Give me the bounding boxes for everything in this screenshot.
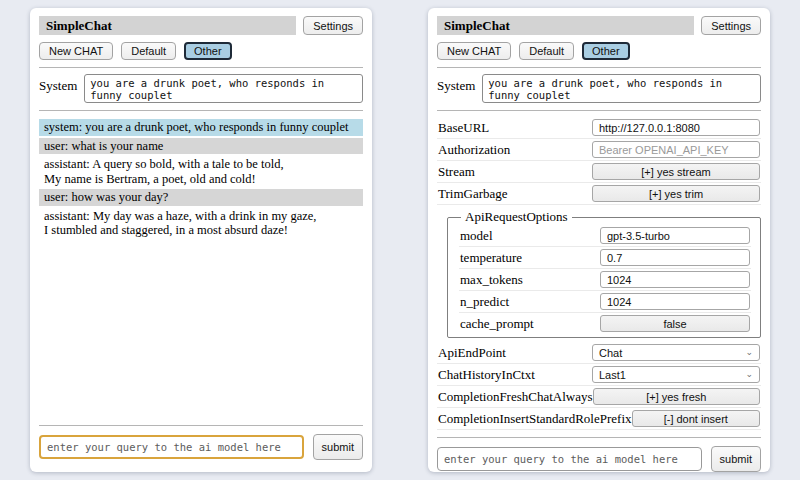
max-tokens-label: max_tokens bbox=[460, 272, 523, 288]
baseurl-label: BaseURL bbox=[438, 120, 489, 136]
completion-insert-role-prefix-toggle-button[interactable]: [-] dont insert bbox=[632, 410, 760, 427]
chat-log: system: you are a drunk poet, who respon… bbox=[39, 119, 363, 418]
session-tab-other[interactable]: Other bbox=[184, 42, 232, 60]
divider bbox=[39, 110, 363, 111]
settings-button[interactable]: Settings bbox=[701, 16, 761, 35]
cache-prompt-toggle-button[interactable]: false bbox=[600, 315, 750, 332]
new-chat-button[interactable]: New CHAT bbox=[437, 42, 511, 60]
setting-row-completion-fresh-chat: CompletionFreshChatAlways [+] yes fresh bbox=[437, 386, 761, 408]
chat-history-in-ctxt-select[interactable]: Last1 ⌄ bbox=[592, 366, 760, 383]
session-tab-default[interactable]: Default bbox=[121, 42, 176, 60]
settings-button[interactable]: Settings bbox=[303, 16, 363, 35]
authorization-field[interactable] bbox=[592, 141, 760, 158]
session-tab-other[interactable]: Other bbox=[582, 42, 630, 60]
sessions-row: New CHAT Default Other bbox=[437, 42, 761, 60]
api-endpoint-selected-value: Chat bbox=[599, 347, 622, 359]
n-predict-label: n_predict bbox=[460, 294, 509, 310]
settings-panel: SimpleChat Settings New CHAT Default Oth… bbox=[428, 8, 770, 472]
divider bbox=[437, 67, 761, 68]
app-title: SimpleChat bbox=[39, 16, 296, 35]
system-prompt-row: System you are a drunk poet, who respond… bbox=[437, 74, 761, 103]
system-prompt-input[interactable]: you are a drunk poet, who responds in fu… bbox=[84, 74, 363, 103]
chat-message-assistant: assistant: My day was a haze, with a dri… bbox=[39, 208, 363, 239]
system-prompt-input[interactable]: you are a drunk poet, who responds in fu… bbox=[482, 74, 761, 103]
chat-history-in-ctxt-label: ChatHistoryInCtxt bbox=[438, 367, 535, 383]
completion-insert-role-prefix-label: CompletionInsertStandardRolePrefix bbox=[438, 411, 632, 427]
setting-row-max-tokens: max_tokens bbox=[459, 269, 751, 291]
setting-row-model: model bbox=[459, 225, 751, 247]
settings-list: BaseURL Authorization Stream [+] yes str… bbox=[437, 117, 761, 430]
setting-row-api-endpoint: ApiEndPoint Chat ⌄ bbox=[437, 342, 761, 364]
query-section: submit bbox=[39, 418, 363, 464]
system-prompt-row: System you are a drunk poet, who respond… bbox=[39, 74, 363, 103]
trim-garbage-toggle-button[interactable]: [+] yes trim bbox=[592, 185, 760, 202]
header: SimpleChat Settings bbox=[437, 16, 761, 35]
authorization-label: Authorization bbox=[438, 142, 510, 158]
app-root: SimpleChat Settings New CHAT Default Oth… bbox=[0, 0, 800, 480]
api-request-options-fieldset: ApiRequestOptions model temperature max_… bbox=[447, 209, 761, 338]
query-section: submit bbox=[437, 430, 761, 472]
session-tab-default[interactable]: Default bbox=[519, 42, 574, 60]
chat-message-user: user: how was your day? bbox=[39, 189, 363, 206]
chevron-down-icon: ⌄ bbox=[745, 370, 753, 379]
chat-panel: SimpleChat Settings New CHAT Default Oth… bbox=[30, 8, 372, 472]
api-endpoint-select[interactable]: Chat ⌄ bbox=[592, 344, 760, 361]
setting-row-cache-prompt: cache_prompt false bbox=[459, 313, 751, 334]
completion-fresh-chat-toggle-button[interactable]: [+] yes fresh bbox=[593, 388, 760, 405]
header: SimpleChat Settings bbox=[39, 16, 363, 35]
stream-label: Stream bbox=[438, 164, 475, 180]
model-field[interactable] bbox=[600, 227, 750, 244]
api-request-options-legend: ApiRequestOptions bbox=[461, 209, 572, 225]
temperature-field[interactable] bbox=[600, 249, 750, 266]
setting-row-stream: Stream [+] yes stream bbox=[437, 161, 761, 183]
api-endpoint-label: ApiEndPoint bbox=[438, 345, 506, 361]
divider bbox=[437, 437, 761, 438]
stream-toggle-button[interactable]: [+] yes stream bbox=[592, 163, 760, 180]
baseurl-field[interactable] bbox=[592, 119, 760, 136]
query-row: submit bbox=[437, 443, 761, 472]
divider bbox=[437, 110, 761, 111]
setting-row-trimgarbage: TrimGarbage [+] yes trim bbox=[437, 183, 761, 205]
setting-row-completion-insert-role-prefix: CompletionInsertStandardRolePrefix [-] d… bbox=[437, 408, 761, 430]
app-title: SimpleChat bbox=[437, 16, 694, 35]
n-predict-field[interactable] bbox=[600, 293, 750, 310]
chat-message-user: user: what is your name bbox=[39, 138, 363, 155]
divider bbox=[39, 425, 363, 426]
chat-message-assistant: assistant: A query so bold, with a tale … bbox=[39, 156, 363, 187]
chat-history-selected-value: Last1 bbox=[599, 369, 626, 381]
query-row: submit bbox=[39, 431, 363, 464]
cache-prompt-label: cache_prompt bbox=[460, 316, 534, 332]
setting-row-chat-history-in-ctxt: ChatHistoryInCtxt Last1 ⌄ bbox=[437, 364, 761, 386]
divider bbox=[39, 67, 363, 68]
setting-row-temperature: temperature bbox=[459, 247, 751, 269]
chat-message-system: system: you are a drunk poet, who respon… bbox=[39, 119, 363, 136]
trim-garbage-label: TrimGarbage bbox=[438, 186, 508, 202]
completion-fresh-chat-label: CompletionFreshChatAlways bbox=[438, 389, 593, 405]
setting-row-baseurl: BaseURL bbox=[437, 117, 761, 139]
model-label: model bbox=[460, 228, 493, 244]
submit-button[interactable]: submit bbox=[711, 446, 761, 472]
setting-row-n-predict: n_predict bbox=[459, 291, 751, 313]
query-input[interactable] bbox=[39, 435, 304, 459]
temperature-label: temperature bbox=[460, 250, 522, 266]
query-input[interactable] bbox=[437, 447, 702, 471]
sessions-row: New CHAT Default Other bbox=[39, 42, 363, 60]
submit-button[interactable]: submit bbox=[313, 434, 363, 460]
chevron-down-icon: ⌄ bbox=[745, 348, 753, 357]
setting-row-authorization: Authorization bbox=[437, 139, 761, 161]
max-tokens-field[interactable] bbox=[600, 271, 750, 288]
new-chat-button[interactable]: New CHAT bbox=[39, 42, 113, 60]
system-prompt-label: System bbox=[39, 74, 77, 103]
system-prompt-label: System bbox=[437, 74, 475, 103]
